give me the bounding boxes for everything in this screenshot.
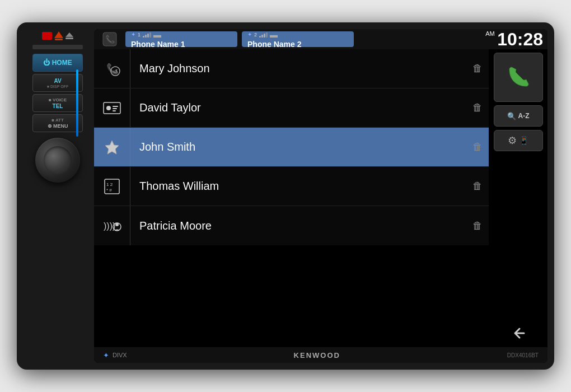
numpad-icon: 1 2 * # (104, 178, 120, 195)
bottom-left: ✦ DIVX (103, 351, 127, 360)
trash-icon-2: 🗑 (472, 102, 483, 114)
battery-2: ▬ (270, 30, 278, 39)
contact-row[interactable]: 📞 ↺ Mary Johnson 🗑 (94, 49, 489, 88)
back-button[interactable] (494, 323, 543, 344)
contact-icon-cell-3 (94, 128, 130, 166)
gear-icon: ⚙ (508, 134, 517, 147)
tel-label: TEL (53, 103, 63, 109)
search-icon-sm: 🔍 (507, 112, 516, 120)
triangle-button[interactable] (54, 31, 63, 38)
az-label: A-Z (518, 112, 530, 120)
svg-point-6 (106, 106, 111, 110)
tel-button[interactable]: ■ VOICE TEL (32, 94, 83, 112)
svg-rect-8 (113, 108, 117, 109)
phone-tab-2[interactable]: ✦ 2 ▬ Phone Name 2 (242, 31, 354, 47)
time-value: 10:28 (497, 29, 543, 49)
phone2-name: Phone Name 2 (247, 40, 301, 49)
voice-dial-icon: )))) (102, 218, 121, 234)
disp-off-label: ■ DISP OFF (47, 85, 68, 88)
star-icon (104, 139, 120, 156)
delete-btn-1[interactable]: 🗑 (466, 49, 489, 88)
top-buttons (42, 31, 73, 40)
trash-icon-1: 🗑 (472, 63, 483, 74)
phone-icon-area: 📞 (99, 31, 121, 47)
phone-recent-icon: 📞 ↺ (103, 60, 121, 78)
bt-bottom-icon: ✦ (103, 351, 109, 360)
car-stereo-unit: ⏻ HOME AV ■ DISP OFF ■ VOICE TEL ■ ATT ⊕… (17, 22, 554, 370)
contact-name-2: David Taylor (130, 101, 466, 114)
divx-label: DIVX (113, 352, 127, 358)
phone2-number: 2 (254, 32, 257, 38)
phone-tab-1[interactable]: ✦ 1 ▬ Phone Name 1 (125, 31, 237, 47)
contact-row[interactable]: David Taylor 🗑 (94, 88, 489, 128)
att-label: ■ ATT (52, 118, 64, 123)
menu-label: ⊕ MENU (48, 123, 68, 129)
delete-btn-2[interactable]: 🗑 (466, 88, 489, 127)
volume-knob[interactable] (35, 138, 80, 183)
phone1-name: Phone Name 1 (131, 40, 185, 49)
contact-icon-cell-4: 1 2 * # (94, 167, 130, 206)
handset-icon: 📞 (102, 31, 118, 47)
settings-phone-button[interactable]: ⚙ 📱 (494, 130, 543, 151)
svg-rect-5 (104, 102, 120, 114)
back-arrow-icon (508, 325, 528, 341)
contact-icon-cell-5: )))) (94, 206, 130, 245)
bottom-bar: ✦ DIVX KENWOOD DDX4016BT (94, 347, 547, 363)
contact-list: 📞 ↺ Mary Johnson 🗑 (94, 49, 489, 347)
brand-label: KENWOOD (294, 351, 340, 360)
menu-button[interactable]: ■ ATT ⊕ MENU (32, 114, 83, 132)
time-period: AM (485, 30, 495, 37)
model-label: DDX4016BT (507, 352, 539, 358)
signal-bars-2 (259, 32, 268, 38)
contact-name-4: Thomas William (130, 180, 466, 193)
contact-row-selected[interactable]: John Smith 🗑 (94, 128, 489, 167)
blue-accent-bar (76, 69, 78, 137)
right-action-panel: 🔍 A-Z ⚙ 📱 (489, 49, 547, 347)
svg-text:📞: 📞 (105, 35, 115, 44)
power-button[interactable] (42, 32, 52, 40)
contact-name-1: Mary Johnson (130, 62, 466, 75)
top-bar: 📞 ✦ 1 ▬ (94, 29, 547, 49)
svg-text:↺: ↺ (113, 68, 118, 74)
contact-row[interactable]: 1 2 * # Thomas William 🗑 (94, 167, 489, 206)
svg-point-16 (115, 223, 119, 226)
contact-name-5: Patricia Moore (130, 220, 466, 232)
delete-btn-5[interactable]: 🗑 (466, 206, 489, 245)
phone1-number: 1 (138, 32, 141, 38)
trash-icon-3: 🗑 (472, 141, 483, 153)
call-button[interactable] (494, 53, 543, 102)
call-icon (504, 63, 533, 92)
contact-icon-cell-1: 📞 ↺ (94, 49, 130, 88)
disc-slot (32, 45, 83, 49)
battery-1: ▬ (153, 30, 161, 39)
svg-text:1 2: 1 2 (106, 182, 113, 187)
contact-row[interactable]: )))) Patricia Moore 🗑 (94, 206, 489, 245)
left-control-panel: ⏻ HOME AV ■ DISP OFF ■ VOICE TEL ■ ATT ⊕… (21, 29, 94, 363)
signal-bars-1 (143, 32, 151, 38)
trash-icon-4: 🗑 (472, 180, 483, 192)
av-label: AV (54, 78, 61, 84)
bt-icon-2: ✦ (247, 31, 252, 38)
trash-icon-5: 🗑 (472, 220, 483, 232)
main-screen: 📞 ✦ 1 ▬ (94, 29, 547, 363)
content-area: 📞 ↺ Mary Johnson 🗑 (94, 49, 547, 347)
contact-name-3: John Smith (130, 141, 466, 153)
time-display: AM 10:28 (485, 30, 543, 48)
svg-text:* #: * # (106, 188, 112, 193)
svg-rect-7 (113, 106, 118, 107)
svg-marker-10 (105, 141, 119, 154)
phone-sm-icon: 📱 (519, 136, 528, 145)
contact-icon-cell-2 (94, 88, 130, 127)
delete-btn-3[interactable]: 🗑 (466, 128, 489, 166)
bt-icon-1: ✦ (131, 31, 135, 38)
av-button[interactable]: AV ■ DISP OFF (32, 74, 83, 92)
az-search-button[interactable]: 🔍 A-Z (494, 105, 543, 127)
svg-rect-9 (113, 110, 116, 111)
home-button[interactable]: ⏻ HOME (32, 54, 83, 72)
delete-btn-4[interactable]: 🗑 (466, 167, 489, 206)
eject-button[interactable] (65, 32, 73, 39)
contact-card-icon (102, 100, 121, 116)
voice-label: ■ VOICE (49, 97, 67, 102)
